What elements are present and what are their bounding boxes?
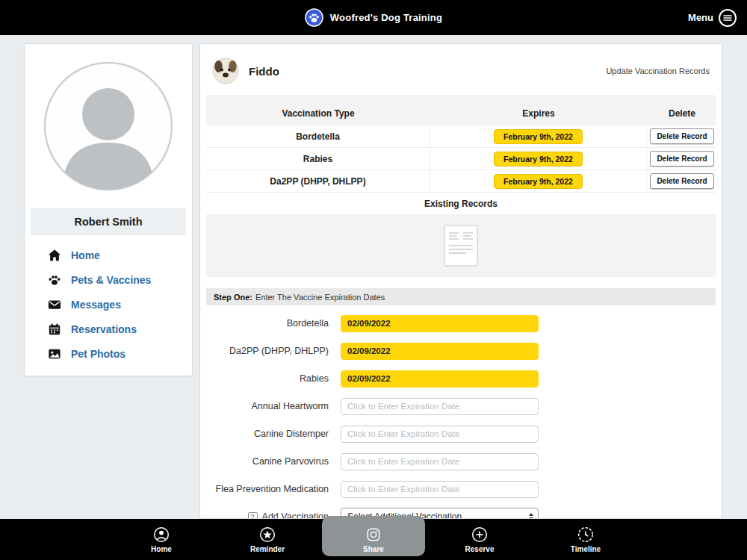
delete-record-button[interactable]: Delete Record: [650, 173, 713, 189]
menu-label: Menu: [688, 12, 713, 23]
sidebar-item-messages[interactable]: Messages: [48, 292, 186, 317]
step-one-bar: Step One: Enter The Vaccine Expiration D…: [206, 288, 716, 305]
expiration-dates-form: Bordetella Da2PP (DHPP, DHLPP) Rabies An…: [206, 314, 716, 519]
bottom-bar: Home Reminder Share Reserve Timeline: [0, 519, 747, 560]
col-header-expires: Expires: [430, 108, 647, 119]
step-one-prefix: Step One:: [214, 293, 252, 302]
pet-header: Fiddo Update Vaccination Records: [206, 56, 716, 86]
bottom-item-timeline[interactable]: Timeline: [533, 519, 639, 560]
existing-records-heading: Existing Records: [206, 192, 716, 214]
calendar-icon: [48, 323, 61, 336]
table-row: Da2PP (DHPP, DHLPP) February 9th, 2022 D…: [206, 169, 716, 192]
bottom-item-reminder[interactable]: Reminder: [214, 519, 320, 560]
user-name: Robert Smith: [31, 208, 186, 235]
vaccination-type-cell: Da2PP (DHPP, DHLPP): [206, 170, 430, 192]
sidebar-item-label: Home: [71, 249, 100, 261]
menu-button[interactable]: Menu: [688, 0, 737, 35]
update-records-title: Update Vaccination Records: [606, 66, 710, 75]
top-bar: Woofred's Dog Training Menu: [0, 0, 747, 35]
bottom-item-label: Timeline: [571, 545, 601, 553]
add-vaccination-text: Add Vaccination: [262, 511, 329, 519]
sidebar-item-label: Reservations: [71, 323, 137, 335]
field-label-canine-distemper: Canine Distemper: [206, 429, 341, 439]
sidebar-item-pet-photos[interactable]: Pet Photos: [48, 341, 186, 366]
sidebar-item-reservations[interactable]: Reservations: [48, 317, 186, 341]
step-one-text: Enter The Vaccine Expiration Dates: [255, 293, 385, 302]
paw-logo-icon: [305, 8, 323, 27]
existing-records-gallery: [206, 214, 716, 277]
canine-parvovirus-date-input[interactable]: [341, 453, 539, 470]
field-label-canine-parvovirus: Canine Parvovirus: [206, 456, 341, 467]
home-icon: [48, 249, 61, 262]
sidebar-nav: Home Pets & Vaccines Messages: [31, 243, 186, 366]
table-row: Rabies February 9th, 2022 Delete Record: [206, 147, 716, 169]
vaccination-panel: Fiddo Update Vaccination Records Vaccina…: [199, 43, 722, 519]
bottom-item-reserve[interactable]: Reserve: [427, 519, 533, 560]
delete-record-button[interactable]: Delete Record: [650, 128, 713, 144]
help-icon[interactable]: ?: [248, 512, 258, 520]
expires-date-button[interactable]: February 9th, 2022: [494, 129, 583, 144]
history-icon: [577, 526, 594, 543]
bordetella-date-input[interactable]: [341, 315, 539, 332]
expires-date-button[interactable]: February 9th, 2022: [494, 174, 583, 189]
bottom-item-label: Home: [151, 545, 172, 553]
user-avatar: [43, 60, 174, 192]
field-label-flea-prevention: Flea Prevention Medication: [206, 484, 341, 494]
sidebar-item-home[interactable]: Home: [48, 243, 186, 267]
bottom-item-share[interactable]: Share: [320, 519, 427, 560]
pet-avatar: [212, 57, 239, 84]
col-header-delete: Delete: [647, 108, 717, 119]
field-label-annual-heartworm: Annual Heartworm: [206, 401, 341, 411]
record-document-thumbnail[interactable]: [444, 225, 478, 267]
vaccination-type-cell: Bordetella: [206, 125, 430, 147]
pet-name: Fiddo: [249, 65, 279, 78]
expires-date-button[interactable]: February 9th, 2022: [494, 152, 583, 167]
brand[interactable]: Woofred's Dog Training: [305, 8, 442, 27]
rabies-date-input[interactable]: [341, 370, 539, 388]
app-title: Woofred's Dog Training: [330, 12, 442, 23]
col-header-vaccination-type: Vaccination Type: [206, 108, 430, 119]
flea-prevention-date-input[interactable]: [341, 481, 539, 498]
field-label-rabies: Rabies: [206, 373, 341, 384]
bottom-item-label: Reserve: [465, 545, 495, 553]
vaccination-table: Vaccination Type Expires Delete Bordetel…: [206, 95, 716, 277]
bottom-item-label: Reminder: [250, 545, 285, 553]
sidebar-item-label: Pet Photos: [71, 348, 125, 360]
bottom-item-label: Share: [363, 545, 384, 553]
photo-icon: [48, 347, 61, 361]
delete-record-button[interactable]: Delete Record: [650, 151, 713, 167]
add-vaccination-label: ? Add Vaccination: [206, 511, 341, 519]
profile-sidebar: Robert Smith Home Pets & Vaccines: [24, 43, 193, 376]
sidebar-item-pets-vaccines[interactable]: Pets & Vaccines: [48, 267, 186, 292]
field-label-da2pp: Da2PP (DHPP, DHLPP): [206, 346, 341, 356]
sidebar-item-label: Pets & Vaccines: [71, 274, 151, 286]
camera-icon: [365, 526, 382, 543]
plus-icon: [471, 526, 488, 543]
canine-distemper-date-input[interactable]: [341, 426, 539, 443]
da2pp-date-input[interactable]: [341, 343, 539, 360]
star-icon: [259, 526, 276, 543]
bottom-item-home[interactable]: Home: [108, 519, 214, 560]
table-header-row: Vaccination Type Expires Delete: [206, 102, 716, 125]
vaccination-type-cell: Rabies: [206, 148, 430, 169]
paw-icon: [48, 273, 61, 287]
hamburger-menu-icon: [719, 9, 737, 27]
field-label-bordetella: Bordetella: [206, 318, 341, 329]
sidebar-item-label: Messages: [71, 299, 121, 311]
profile-icon: [153, 526, 170, 543]
annual-heartworm-date-input[interactable]: [341, 398, 539, 415]
envelope-icon: [48, 298, 61, 311]
table-row: Bordetella February 9th, 2022 Delete Rec…: [206, 125, 716, 147]
